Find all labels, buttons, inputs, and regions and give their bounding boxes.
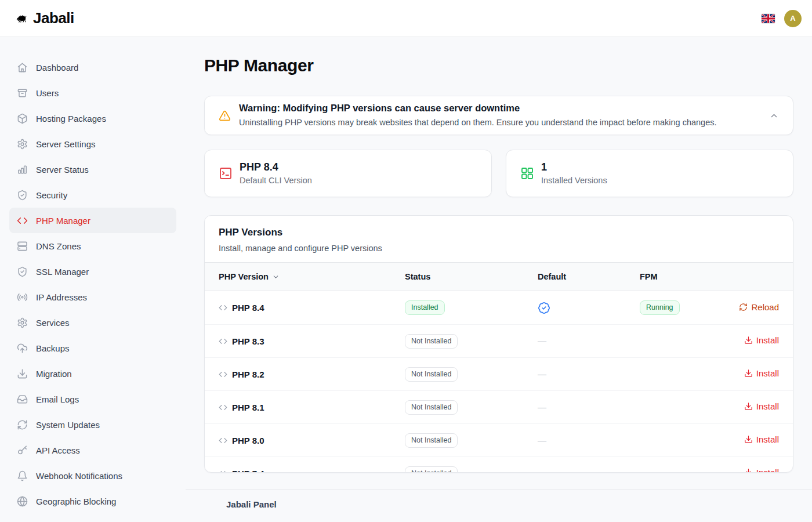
warning-collapse-button[interactable] <box>769 111 779 121</box>
code-icon <box>219 469 227 473</box>
not-default-dash: — <box>538 435 546 445</box>
sidebar-item-label: Server Status <box>36 165 89 175</box>
stat-value: PHP 8.4 <box>240 161 312 174</box>
sidebar-item-label: Security <box>36 190 67 200</box>
php-version-label: PHP 8.3 <box>232 336 264 346</box>
bar-chart-icon <box>17 164 28 175</box>
sidebar-item-backups[interactable]: Backups <box>9 335 176 361</box>
sidebar-item-geographic-blocking[interactable]: Geographic Blocking <box>9 488 176 514</box>
php-version-cell: PHP 8.0 <box>219 436 405 445</box>
table-body: PHP 8.4InstalledRunningReloadPHP 8.3Not … <box>205 291 793 473</box>
code-icon <box>17 215 28 226</box>
sidebar-item-label: DNS Zones <box>36 241 81 251</box>
stat-value: 1 <box>541 161 607 174</box>
sidebar-item-ip-addresses[interactable]: IP Addresses <box>9 284 176 310</box>
sidebar-item-server-settings[interactable]: Server Settings <box>9 131 176 157</box>
install-button[interactable]: Install <box>744 467 779 473</box>
table-row-php-8-3: PHP 8.3Not Installed—Install <box>205 324 793 357</box>
php-version-label: PHP 8.4 <box>232 303 264 313</box>
sidebar-item-users[interactable]: Users <box>9 80 176 106</box>
download-icon <box>744 435 753 444</box>
sidebar-item-label: Migration <box>36 369 72 379</box>
column-php-version[interactable]: PHP Version <box>219 272 405 281</box>
install-button[interactable]: Install <box>744 335 779 345</box>
download-icon <box>744 369 753 378</box>
page-title: PHP Manager <box>204 54 793 77</box>
status-badge: Not Installed <box>405 466 458 473</box>
install-button[interactable]: Install <box>744 434 779 444</box>
package-icon <box>17 113 28 124</box>
action-label: Install <box>756 335 779 345</box>
users-icon <box>17 88 28 99</box>
footer-brand: Jabali Panel <box>226 499 812 510</box>
code-icon <box>219 337 227 346</box>
key-icon <box>17 445 28 456</box>
radio-icon <box>17 292 28 303</box>
code-icon <box>219 403 227 412</box>
code-icon <box>219 303 227 312</box>
php-version-cell: PHP 8.4 <box>219 303 405 313</box>
avatar[interactable]: A <box>784 10 802 27</box>
top-header: Jabali A <box>0 0 812 37</box>
sidebar-item-api-access[interactable]: API Access <box>9 437 176 463</box>
cloud-upload-icon <box>17 343 28 354</box>
brand[interactable]: Jabali <box>16 9 74 27</box>
chevron-down-icon <box>272 273 280 281</box>
sidebar-item-services[interactable]: Services <box>9 310 176 335</box>
warning-banner: Warning: Modifying PHP versions can caus… <box>204 96 793 135</box>
versions-subtitle: Install, manage and configure PHP versio… <box>219 242 779 254</box>
download-icon <box>744 402 753 411</box>
sidebar-item-label: API Access <box>36 445 80 455</box>
refresh-icon <box>739 303 748 311</box>
sidebar-item-php-manager[interactable]: PHP Manager <box>9 208 176 233</box>
gear-icon <box>17 139 28 150</box>
table-row-php-8-0: PHP 8.0Not Installed—Install <box>205 423 793 456</box>
sidebar-item-label: Dashboard <box>36 63 78 72</box>
sidebar-item-dns-zones[interactable]: DNS Zones <box>9 233 176 259</box>
sidebar-item-label: Services <box>36 318 70 328</box>
main-content: PHP Manager Warning: Modifying PHP versi… <box>186 37 812 522</box>
stats-row: PHP 8.4 Default CLI Version 1 Installed … <box>204 150 793 197</box>
sidebar-item-webhook-notifications[interactable]: Webhook Notifications <box>9 463 176 488</box>
main-footer: Jabali Panel <box>186 489 812 522</box>
sidebar-item-migration[interactable]: Migration <box>9 361 176 386</box>
stat-label: Default CLI Version <box>240 175 312 186</box>
sidebar-item-email-logs[interactable]: Email Logs <box>9 386 176 412</box>
install-button[interactable]: Install <box>744 368 779 378</box>
stat-card-default-cli: PHP 8.4 Default CLI Version <box>204 150 492 197</box>
code-icon <box>219 436 227 445</box>
php-versions-card: PHP Versions Install, manage and configu… <box>204 215 793 473</box>
sidebar-item-label: Geographic Blocking <box>36 496 116 506</box>
sidebar-item-label: Users <box>36 88 59 98</box>
status-badge: Not Installed <box>405 334 458 349</box>
table-row-php-8-4: PHP 8.4InstalledRunningReload <box>205 291 793 324</box>
brand-name: Jabali <box>33 9 74 27</box>
sidebar-item-server-status[interactable]: Server Status <box>9 157 176 182</box>
install-button[interactable]: Install <box>744 401 779 411</box>
sidebar-item-security[interactable]: Security <box>9 182 176 208</box>
sidebar-item-label: Email Logs <box>36 394 79 404</box>
reload-button[interactable]: Reload <box>739 302 779 312</box>
gear-icon <box>17 317 28 328</box>
sidebar-item-label: System Updates <box>36 420 100 430</box>
table-row-php-8-1: PHP 8.1Not Installed—Install <box>205 390 793 423</box>
boar-icon <box>16 13 27 24</box>
sidebar-item-hosting-packages[interactable]: Hosting Packages <box>9 106 176 131</box>
column-fpm: FPM <box>640 272 779 281</box>
sidebar-nav: DashboardUsersHosting PackagesServer Set… <box>0 37 186 522</box>
sidebar-item-system-updates[interactable]: System Updates <box>9 412 176 437</box>
table-row-php-8-2: PHP 8.2Not Installed—Install <box>205 357 793 390</box>
sidebar-item-label: IP Addresses <box>36 292 87 302</box>
sidebar-item-ssl-manager[interactable]: SSL Manager <box>9 259 176 284</box>
warning-title: Warning: Modifying PHP versions can caus… <box>239 102 716 114</box>
php-version-label: PHP 7.4 <box>232 469 264 473</box>
sidebar-item-dashboard[interactable]: Dashboard <box>9 55 176 80</box>
status-badge: Not Installed <box>405 400 458 415</box>
terminal-icon <box>219 166 233 180</box>
sidebar-item-label: Backups <box>36 343 70 353</box>
uk-flag-icon[interactable] <box>762 14 775 23</box>
column-label: PHP Version <box>219 272 269 281</box>
not-default-dash: — <box>538 402 546 412</box>
globe-icon <box>17 496 28 507</box>
shield-check-icon <box>17 266 28 277</box>
